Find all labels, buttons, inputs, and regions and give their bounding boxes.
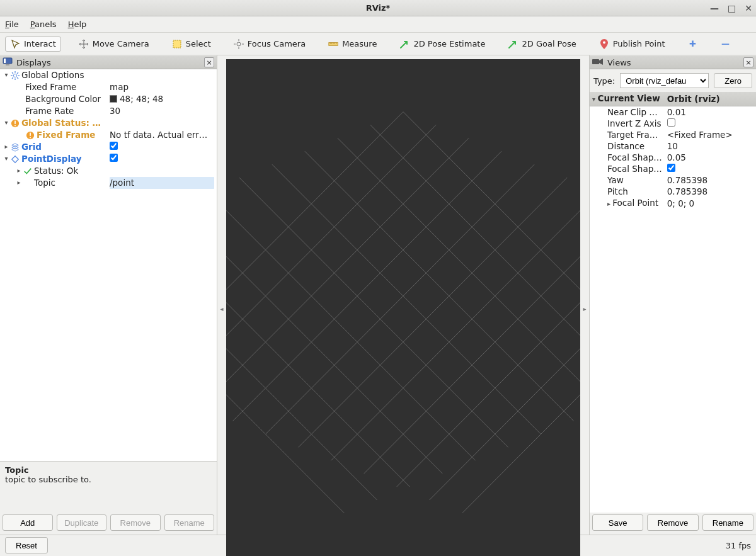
close-icon[interactable]: ✕ bbox=[745, 3, 752, 13]
tool-move-camera-label: Move Camera bbox=[93, 39, 149, 48]
prop-global-status-fixed-frame[interactable]: Fixed Frame No tf data. Actual err… bbox=[0, 129, 217, 141]
minus-icon: — bbox=[720, 39, 730, 49]
zero-button[interactable]: Zero bbox=[714, 73, 752, 88]
view-near-clip[interactable]: Near Clip …0.01 bbox=[590, 106, 756, 118]
view-focal-point[interactable]: ▸ Focal Point0; 0; 0 bbox=[590, 197, 756, 210]
tool-measure-label: Measure bbox=[342, 39, 377, 48]
panel-views: Views × Type: Orbit (rviz_defau Zero ▾ C… bbox=[589, 55, 756, 535]
point-display-label: PointDisplay bbox=[21, 153, 82, 165]
prop-background-color[interactable]: Background Color 48; 48; 48 bbox=[0, 93, 217, 105]
views-tree[interactable]: ▾ Current View Orbit (rviz) Near Clip …0… bbox=[590, 92, 756, 513]
type-select[interactable]: Orbit (rviz_defau bbox=[620, 73, 709, 88]
rename-button: Rename bbox=[164, 514, 215, 531]
svg-line-17 bbox=[12, 72, 13, 74]
add-button[interactable]: Add bbox=[3, 514, 53, 531]
grid-rendering bbox=[226, 59, 580, 556]
point-topic-value: /point bbox=[110, 177, 214, 189]
tool-select[interactable]: Select bbox=[167, 37, 216, 52]
toolbar: Interact Move Camera Select Focus Camera… bbox=[0, 33, 756, 55]
tree-global-status[interactable]: Global Status: … bbox=[0, 117, 217, 129]
plus-icon: ✚ bbox=[687, 39, 697, 49]
svg-point-12 bbox=[13, 74, 16, 77]
bg-color-label: Background Color bbox=[25, 93, 101, 105]
point-status-label: Status: Ok bbox=[34, 165, 78, 177]
warn-icon bbox=[10, 118, 20, 128]
description-box: Topic topic to subscribe to. bbox=[0, 461, 217, 513]
status-fixed-frame-label: Fixed Frame bbox=[37, 129, 95, 141]
status-fixed-frame-value: No tf data. Actual err… bbox=[110, 129, 214, 141]
splitter-right[interactable]: ▸ bbox=[580, 59, 589, 556]
splitter-left[interactable]: ◂ bbox=[217, 59, 226, 556]
menu-help[interactable]: Help bbox=[68, 20, 87, 29]
views-col2: Orbit (rviz) bbox=[665, 92, 756, 106]
tool-measure[interactable]: Measure bbox=[323, 37, 382, 52]
tool-focus-camera[interactable]: Focus Camera bbox=[229, 37, 311, 52]
tool-publish-point[interactable]: Publish Point bbox=[594, 37, 670, 52]
tool-add-extra[interactable]: ✚ bbox=[682, 37, 702, 52]
svg-point-8 bbox=[603, 41, 605, 43]
panel-displays-title: Displays bbox=[16, 58, 200, 67]
panel-views-title: Views bbox=[607, 58, 740, 67]
svg-point-1 bbox=[237, 42, 241, 46]
view-pitch[interactable]: Pitch0.785398 bbox=[590, 186, 756, 197]
svg-rect-23 bbox=[14, 125, 16, 126]
svg-line-18 bbox=[17, 77, 18, 79]
svg-line-19 bbox=[12, 77, 13, 79]
panel-displays-header[interactable]: Displays × bbox=[0, 55, 217, 69]
view-invert-z[interactable]: Invert Z Axis bbox=[590, 118, 756, 129]
frame-rate-label: Frame Rate bbox=[25, 105, 74, 117]
camera-icon bbox=[592, 58, 604, 67]
tool-goal-pose[interactable]: 2D Goal Pose bbox=[503, 37, 581, 52]
view-distance[interactable]: Distance10 bbox=[590, 140, 756, 152]
prop-fixed-frame[interactable]: Fixed Frame map bbox=[0, 81, 217, 93]
tool-move-camera[interactable]: Move Camera bbox=[74, 37, 154, 52]
tree-point-display[interactable]: PointDisplay bbox=[0, 153, 217, 165]
diamond-icon bbox=[10, 154, 20, 164]
svg-rect-26 bbox=[30, 137, 31, 138]
panel-displays-close-icon[interactable]: × bbox=[204, 57, 214, 67]
tree-global-options[interactable]: Global Options bbox=[0, 69, 217, 81]
view-focal-shape-fixed[interactable]: Focal Shap… bbox=[590, 163, 756, 174]
interact-icon bbox=[10, 39, 20, 49]
3d-viewport[interactable] bbox=[226, 59, 580, 556]
desc-body: topic to subscribe to. bbox=[5, 475, 212, 484]
maximize-icon[interactable]: □ bbox=[728, 3, 736, 13]
panel-views-close-icon[interactable]: × bbox=[743, 57, 753, 67]
views-rename-button[interactable]: Rename bbox=[702, 514, 753, 531]
fixed-frame-value: map bbox=[110, 81, 214, 93]
tool-remove-extra[interactable]: — bbox=[715, 37, 735, 52]
tool-interact[interactable]: Interact bbox=[5, 37, 61, 52]
point-display-check[interactable] bbox=[110, 153, 214, 165]
point-topic-label: Topic bbox=[34, 177, 55, 189]
view-yaw[interactable]: Yaw0.785398 bbox=[590, 174, 756, 186]
view-target-frame[interactable]: Target Fra…<Fixed Frame> bbox=[590, 129, 756, 140]
views-save-button[interactable]: Save bbox=[592, 514, 643, 531]
arrow-green-icon bbox=[508, 39, 518, 49]
grid-icon bbox=[10, 142, 20, 152]
prop-frame-rate[interactable]: Frame Rate 30 bbox=[0, 105, 217, 117]
displays-tree[interactable]: Global Options Fixed Frame map Backgroun… bbox=[0, 69, 217, 461]
tool-goal-pose-label: 2D Goal Pose bbox=[522, 39, 576, 48]
grid-check[interactable] bbox=[110, 141, 214, 153]
prop-point-topic[interactable]: Topic /point bbox=[0, 177, 217, 189]
menu-panels[interactable]: Panels bbox=[30, 20, 57, 29]
minimize-icon[interactable]: — bbox=[710, 3, 719, 13]
tool-pose-estimate[interactable]: 2D Pose Estimate bbox=[394, 37, 490, 52]
tool-interact-label: Interact bbox=[24, 39, 56, 48]
view-focal-shape-size[interactable]: Focal Shap…0.05 bbox=[590, 152, 756, 163]
views-remove-button[interactable]: Remove bbox=[647, 514, 698, 531]
menu-file[interactable]: File bbox=[5, 20, 19, 29]
prop-point-status[interactable]: Status: Ok bbox=[0, 165, 217, 177]
remove-button: Remove bbox=[110, 514, 161, 531]
svg-rect-11 bbox=[6, 64, 9, 65]
move-icon bbox=[79, 39, 89, 49]
gear-icon bbox=[10, 71, 20, 81]
fps-label: 31 fps bbox=[726, 541, 751, 550]
warn-icon bbox=[25, 130, 35, 140]
select-icon bbox=[172, 39, 182, 49]
reset-button[interactable]: Reset bbox=[5, 537, 48, 553]
svg-rect-0 bbox=[173, 40, 181, 48]
panel-views-header[interactable]: Views × bbox=[590, 55, 756, 69]
tree-grid[interactable]: Grid bbox=[0, 141, 217, 153]
global-options-label: Global Options bbox=[21, 69, 84, 81]
